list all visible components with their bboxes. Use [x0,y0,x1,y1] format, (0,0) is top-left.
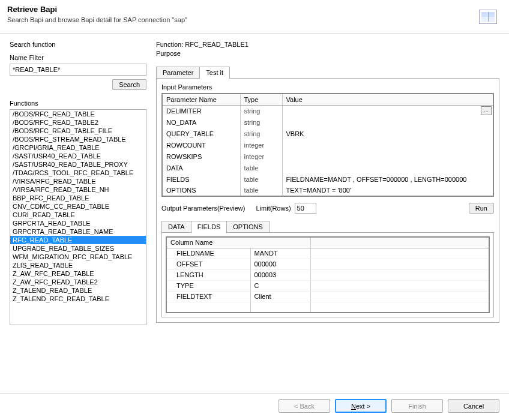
next-button[interactable]: Next > [335,399,387,413]
field-key-cell: FIELDNAME [166,248,250,259]
field-blank-cell [310,291,489,302]
field-key-cell: OFFSET [166,259,250,269]
column-blank-header [310,237,489,248]
output-sub-tabs: DATA FIELDS OPTIONS [161,221,494,233]
function-item[interactable]: Z_AW_RFC_READ_TABLE [10,269,146,278]
field-blank-cell [310,259,489,269]
purpose-line: Purpose [156,50,499,57]
right-column: Function: RFC_READ_TABLE1 Purpose Parame… [156,41,499,325]
param-value-cell[interactable]: VBRK [282,128,493,139]
main-area: Search function Name Filter Search Funct… [0,34,509,325]
function-item[interactable]: /SAST/USR40_READ_TABLE [10,152,146,160]
param-type-cell: table [240,173,282,185]
function-item[interactable]: /SAST/USR40_READ_TABLE_PROXY [10,160,146,169]
param-type-cell: table [240,185,282,196]
page-header: Retrieve Bapi Search Bapi and browse Bap… [0,0,509,31]
function-item[interactable]: UPGRADE_READ_TABLE_SIZES [10,244,146,253]
function-item[interactable]: Z_TALEND_READ_TABLE [10,286,146,295]
name-filter-label: Name Filter [10,54,146,61]
fields-row[interactable]: FIELDTEXTClient [166,291,489,302]
function-item[interactable]: Z_TALEND_RFC_READ_TABLE [10,295,146,303]
param-value-cell[interactable]: ... [282,105,493,116]
footer-buttons: < Back Next > Finish Cancel [279,399,499,413]
sub-tab-fields[interactable]: FIELDS [191,221,227,232]
test-it-panel: Input Parameters Parameter Name Type Val… [156,79,499,323]
fields-panel: Column Name FIELDNAMEMANDTOFFSET000000LE… [161,233,494,317]
param-row[interactable]: DATAtable [162,162,493,173]
param-row[interactable]: DELIMITERstring... [162,105,493,116]
param-type-cell: table [240,162,282,173]
search-button[interactable]: Search [112,79,146,90]
tab-parameter[interactable]: Parameter [156,67,200,78]
functions-label: Functions [10,100,146,107]
param-value-cell[interactable] [282,151,493,162]
ellipsis-button[interactable]: ... [481,106,492,115]
limit-rows-label: Limit(Rows) [256,205,291,212]
function-item[interactable]: /BODS/RFC_READ_TABLE_FILE [10,127,146,135]
param-name-cell: NO_DATA [162,116,240,128]
param-value-cell[interactable]: TEXT=MANDT = '800' [282,185,493,196]
function-item[interactable]: CNV_CDMC_CC_READ_TABLE [10,202,146,211]
function-item[interactable]: CURI_READ_TABLE [10,211,146,219]
param-value-cell[interactable] [282,162,493,173]
function-item[interactable]: /GRCPI/GRIA_READ_TABLE [10,143,146,152]
function-item[interactable]: /BODS/RFC_READ_TABLE2 [10,118,146,127]
back-button[interactable]: < Back [279,399,330,413]
field-blank-cell [310,248,489,259]
param-value-cell[interactable] [282,139,493,151]
main-tabs: Parameter Test it [156,67,499,79]
param-row[interactable]: NO_DATAstring [162,116,493,128]
function-item[interactable]: BBP_RFC_READ_TABLE [10,194,146,202]
input-parameters-label: Input Parameters [161,83,494,91]
function-item[interactable]: /BODS/RFC_READ_TABLE [10,110,146,118]
fields-row[interactable]: OFFSET000000 [166,259,489,269]
param-name-cell: ROWSKIPS [162,151,240,162]
function-item[interactable]: /BODS/RFC_STREAM_READ_TABLE [10,135,146,143]
param-row[interactable]: QUERY_TABLEstringVBRK [162,128,493,139]
page-title: Retrieve Bapi [7,5,502,14]
function-item[interactable]: RFC_READ_TABLE [10,236,146,244]
search-function-label: Search function [10,41,146,48]
limit-rows-input[interactable] [295,203,316,214]
field-value-cell: C [250,280,310,291]
param-row[interactable]: FIELDStableFIELDNAME=MANDT , OFFSET=0000… [162,173,493,185]
function-item[interactable]: GRPCRTA_READ_TABLE_NAME [10,227,146,236]
sub-tab-data[interactable]: DATA [161,221,191,232]
finish-button[interactable]: Finish [391,399,443,413]
fields-table: Column Name FIELDNAMEMANDTOFFSET000000LE… [166,236,490,313]
table-icon [479,10,497,24]
function-item[interactable]: ZLIS_READ_TABLE [10,261,146,269]
run-button[interactable]: Run [469,203,494,214]
field-blank-cell [310,280,489,291]
fields-row[interactable]: LENGTH000003 [166,269,489,280]
param-type-cell: string [240,128,282,139]
input-parameters-table: Parameter Name Type Value DELIMITERstrin… [161,93,494,197]
param-value-cell[interactable]: FIELDNAME=MANDT , OFFSET=000000 , LENGTH… [282,173,493,185]
functions-list[interactable]: /BODS/RFC_READ_TABLE/BODS/RFC_READ_TABLE… [10,109,146,325]
function-name-line: Function: RFC_READ_TABLE1 [156,41,499,48]
output-row: Output Parameters(Preview) Limit(Rows) R… [161,203,494,214]
param-row[interactable]: ROWSKIPSinteger [162,151,493,162]
left-column: Search function Name Filter Search Funct… [10,41,146,325]
function-item[interactable]: GRPCRTA_READ_TABLE [10,219,146,227]
param-row[interactable]: OPTIONStableTEXT=MANDT = '800' [162,185,493,196]
param-name-cell: DATA [162,162,240,173]
function-item[interactable]: /VIRSA/RFC_READ_TABLE_NH [10,185,146,194]
function-item[interactable]: WFM_MIGRATION_RFC_READ_TABLE [10,253,146,261]
fields-row[interactable]: TYPEC [166,280,489,291]
name-filter-input[interactable] [10,64,146,76]
function-item[interactable]: /TDAG/RCS_TOOL_RFC_READ_TABLE [10,169,146,177]
fields-row[interactable]: FIELDNAMEMANDT [166,248,489,259]
cancel-button[interactable]: Cancel [448,399,499,413]
param-name-cell: OPTIONS [162,185,240,196]
param-row[interactable]: ROWCOUNTinteger [162,139,493,151]
column-name-header: Column Name [166,237,310,248]
field-key-cell: FIELDTEXT [166,291,250,302]
param-col-name: Parameter Name [162,94,240,105]
param-value-cell[interactable] [282,116,493,128]
sub-tab-options[interactable]: OPTIONS [226,221,270,232]
tab-test-it[interactable]: Test it [199,67,230,78]
function-item[interactable]: Z_AW_RFC_READ_TABLE2 [10,278,146,286]
param-col-value: Value [282,94,493,105]
function-item[interactable]: /VIRSA/RFC_READ_TABLE [10,177,146,185]
